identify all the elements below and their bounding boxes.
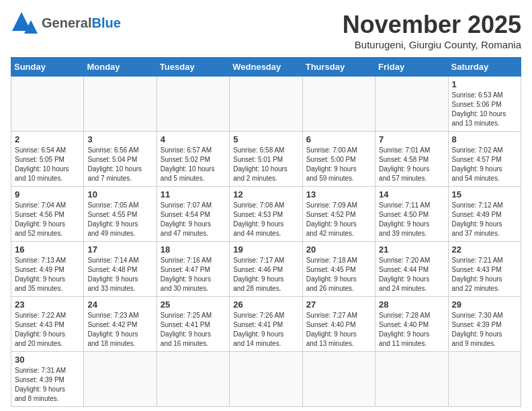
calendar-cell: 3Sunrise: 6:56 AM Sunset: 5:04 PM Daylig…: [84, 132, 157, 187]
calendar-cell: 28Sunrise: 7:28 AM Sunset: 4:40 PM Dayli…: [375, 297, 448, 352]
calendar-cell: [230, 77, 302, 132]
calendar-cell: 21Sunrise: 7:20 AM Sunset: 4:44 PM Dayli…: [375, 242, 448, 297]
calendar-cell: 11Sunrise: 7:07 AM Sunset: 4:54 PM Dayli…: [157, 187, 229, 242]
day-number: 19: [233, 244, 298, 255]
calendar-cell: 1Sunrise: 6:53 AM Sunset: 5:06 PM Daylig…: [448, 77, 521, 132]
day-info: Sunrise: 6:56 AM Sunset: 5:04 PM Dayligh…: [87, 146, 152, 183]
day-number: 6: [306, 134, 371, 144]
calendar-week-row: 23Sunrise: 7:22 AM Sunset: 4:43 PM Dayli…: [11, 297, 521, 352]
day-number: 7: [379, 134, 444, 144]
day-number: 23: [15, 300, 80, 310]
location-subtitle: Buturugeni, Giurgiu County, Romania: [343, 39, 521, 50]
day-number: 28: [379, 300, 444, 310]
calendar-cell: 30Sunrise: 7:31 AM Sunset: 4:39 PM Dayli…: [11, 352, 84, 407]
day-number: 30: [15, 355, 80, 365]
day-info: Sunrise: 7:11 AM Sunset: 4:50 PM Dayligh…: [379, 201, 444, 238]
title-area: November 2025 Buturugeni, Giurgiu County…: [343, 11, 521, 50]
weekday-header: Wednesday: [230, 58, 302, 77]
calendar-cell: 27Sunrise: 7:27 AM Sunset: 4:40 PM Dayli…: [302, 297, 375, 352]
weekday-header: Monday: [84, 58, 157, 77]
day-info: Sunrise: 6:53 AM Sunset: 5:06 PM Dayligh…: [452, 91, 517, 128]
calendar-cell: 29Sunrise: 7:30 AM Sunset: 4:39 PM Dayli…: [448, 297, 521, 352]
day-info: Sunrise: 7:17 AM Sunset: 4:46 PM Dayligh…: [233, 256, 298, 293]
calendar-cell: 2Sunrise: 6:54 AM Sunset: 5:05 PM Daylig…: [11, 132, 84, 187]
day-info: Sunrise: 7:28 AM Sunset: 4:40 PM Dayligh…: [379, 311, 444, 349]
calendar-cell: 22Sunrise: 7:21 AM Sunset: 4:43 PM Dayli…: [448, 242, 521, 297]
calendar-cell: 13Sunrise: 7:09 AM Sunset: 4:52 PM Dayli…: [302, 187, 375, 242]
calendar-cell: 6Sunrise: 7:00 AM Sunset: 5:00 PM Daylig…: [302, 132, 375, 187]
calendar-cell: 16Sunrise: 7:13 AM Sunset: 4:49 PM Dayli…: [11, 242, 84, 297]
day-info: Sunrise: 7:12 AM Sunset: 4:49 PM Dayligh…: [452, 201, 517, 238]
calendar-cell: 5Sunrise: 6:58 AM Sunset: 5:01 PM Daylig…: [230, 132, 302, 187]
day-number: 16: [15, 244, 80, 255]
day-info: Sunrise: 7:00 AM Sunset: 5:00 PM Dayligh…: [306, 146, 371, 183]
day-number: 27: [306, 300, 371, 310]
day-info: Sunrise: 7:22 AM Sunset: 4:43 PM Dayligh…: [15, 311, 80, 349]
calendar-cell: 18Sunrise: 7:16 AM Sunset: 4:47 PM Dayli…: [157, 242, 229, 297]
day-info: Sunrise: 7:02 AM Sunset: 4:57 PM Dayligh…: [452, 146, 517, 183]
day-info: Sunrise: 6:57 AM Sunset: 5:02 PM Dayligh…: [161, 146, 226, 183]
day-number: 1: [452, 79, 517, 89]
logo-blue: Blue: [91, 15, 120, 30]
day-number: 20: [306, 244, 371, 255]
calendar-cell: 9Sunrise: 7:04 AM Sunset: 4:56 PM Daylig…: [11, 187, 84, 242]
logo: GeneralBlue: [11, 11, 121, 35]
weekday-header: Friday: [375, 58, 448, 77]
calendar-cell: [375, 77, 448, 132]
calendar-cell: [230, 352, 302, 407]
calendar-cell: 8Sunrise: 7:02 AM Sunset: 4:57 PM Daylig…: [448, 132, 521, 187]
logo-icon: [11, 11, 39, 35]
day-number: 15: [452, 189, 517, 199]
calendar-cell: 26Sunrise: 7:26 AM Sunset: 4:41 PM Dayli…: [230, 297, 302, 352]
day-number: 5: [233, 134, 298, 144]
calendar-cell: 24Sunrise: 7:23 AM Sunset: 4:42 PM Dayli…: [84, 297, 157, 352]
day-number: 17: [87, 244, 152, 255]
day-info: Sunrise: 7:21 AM Sunset: 4:43 PM Dayligh…: [452, 256, 517, 293]
day-info: Sunrise: 7:18 AM Sunset: 4:45 PM Dayligh…: [306, 256, 371, 293]
day-info: Sunrise: 7:05 AM Sunset: 4:55 PM Dayligh…: [87, 201, 152, 238]
day-number: 10: [87, 189, 152, 199]
calendar-cell: [84, 352, 157, 407]
day-number: 12: [233, 189, 298, 199]
day-number: 13: [306, 189, 371, 199]
day-info: Sunrise: 7:04 AM Sunset: 4:56 PM Dayligh…: [15, 201, 80, 238]
weekday-header: Saturday: [448, 58, 521, 77]
day-info: Sunrise: 7:01 AM Sunset: 4:58 PM Dayligh…: [379, 146, 444, 183]
day-number: 9: [15, 189, 80, 199]
day-info: Sunrise: 6:54 AM Sunset: 5:05 PM Dayligh…: [15, 146, 80, 183]
calendar-week-row: 1Sunrise: 6:53 AM Sunset: 5:06 PM Daylig…: [11, 77, 521, 132]
calendar-cell: [375, 352, 448, 407]
header: GeneralBlue November 2025 Buturugeni, Gi…: [11, 11, 521, 50]
calendar-cell: 25Sunrise: 7:25 AM Sunset: 4:41 PM Dayli…: [157, 297, 229, 352]
weekday-header: Thursday: [302, 58, 375, 77]
day-number: 3: [87, 134, 152, 144]
calendar: SundayMondayTuesdayWednesdayThursdayFrid…: [11, 57, 521, 407]
calendar-cell: 4Sunrise: 6:57 AM Sunset: 5:02 PM Daylig…: [157, 132, 229, 187]
calendar-cell: 20Sunrise: 7:18 AM Sunset: 4:45 PM Dayli…: [302, 242, 375, 297]
day-info: Sunrise: 7:16 AM Sunset: 4:47 PM Dayligh…: [161, 256, 226, 293]
day-number: 4: [161, 134, 226, 144]
day-info: Sunrise: 7:08 AM Sunset: 4:53 PM Dayligh…: [233, 201, 298, 238]
calendar-cell: 10Sunrise: 7:05 AM Sunset: 4:55 PM Dayli…: [84, 187, 157, 242]
day-info: Sunrise: 7:31 AM Sunset: 4:39 PM Dayligh…: [15, 366, 80, 404]
day-info: Sunrise: 7:14 AM Sunset: 4:48 PM Dayligh…: [87, 256, 152, 293]
day-info: Sunrise: 7:26 AM Sunset: 4:41 PM Dayligh…: [233, 311, 298, 349]
calendar-cell: 12Sunrise: 7:08 AM Sunset: 4:53 PM Dayli…: [230, 187, 302, 242]
day-number: 14: [379, 189, 444, 199]
day-number: 18: [161, 244, 226, 255]
day-number: 2: [15, 134, 80, 144]
day-info: Sunrise: 7:13 AM Sunset: 4:49 PM Dayligh…: [15, 256, 80, 293]
calendar-cell: [11, 77, 84, 132]
calendar-cell: [302, 77, 375, 132]
day-info: Sunrise: 7:20 AM Sunset: 4:44 PM Dayligh…: [379, 256, 444, 293]
weekday-header: Tuesday: [157, 58, 229, 77]
day-number: 24: [87, 300, 152, 310]
weekday-header-row: SundayMondayTuesdayWednesdayThursdayFrid…: [11, 58, 521, 77]
calendar-week-row: 30Sunrise: 7:31 AM Sunset: 4:39 PM Dayli…: [11, 352, 521, 407]
day-info: Sunrise: 7:25 AM Sunset: 4:41 PM Dayligh…: [161, 311, 226, 349]
calendar-cell: 17Sunrise: 7:14 AM Sunset: 4:48 PM Dayli…: [84, 242, 157, 297]
day-number: 25: [161, 300, 226, 310]
logo-general: General: [42, 15, 91, 30]
calendar-week-row: 9Sunrise: 7:04 AM Sunset: 4:56 PM Daylig…: [11, 187, 521, 242]
day-number: 21: [379, 244, 444, 255]
